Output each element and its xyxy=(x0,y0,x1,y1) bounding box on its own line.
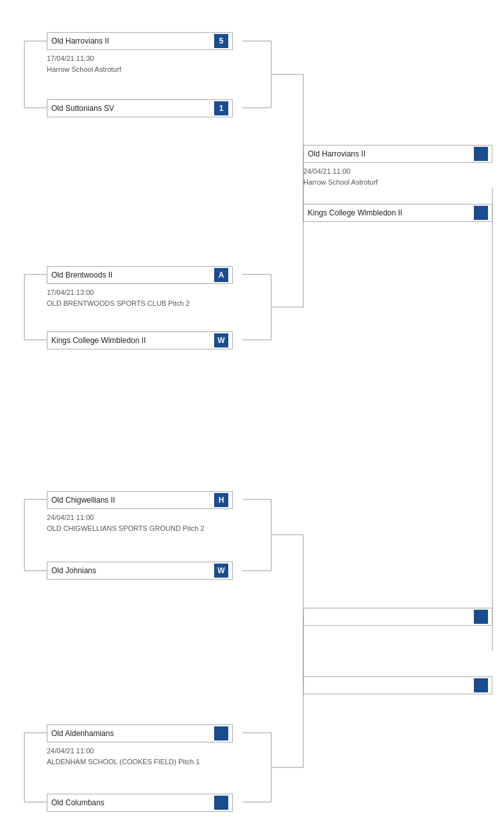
r1m2-team1-box: Old Brentwoods II A xyxy=(47,266,233,284)
r2m2-team1-score xyxy=(474,610,488,624)
r1m3-date: 24/04/21 11:00 xyxy=(47,513,205,523)
r1m2-team2-name: Kings College Wimbledon II xyxy=(51,336,146,345)
r2m1-info: 24/04/21 11:00 Harrow School Astroturf xyxy=(303,165,378,189)
r1m3-venue: OLD CHIGWELLIANS SPORTS GROUND Pitch 2 xyxy=(47,524,205,533)
r1m3-team1-name: Old Chigwellians II xyxy=(51,496,115,505)
r1m4-team2-score xyxy=(214,796,228,810)
r1m1-team2-score: 1 xyxy=(214,101,228,115)
r1m3-team2-row: Old Johnians W xyxy=(47,562,233,580)
r1m2-team2-box: Kings College Wimbledon II W xyxy=(47,331,233,349)
r2m1-venue: Harrow School Astroturf xyxy=(303,178,378,187)
r1m2-team2-row: Kings College Wimbledon II W xyxy=(47,331,233,349)
r1m4-date: 24/04/21 11:00 xyxy=(47,746,200,756)
r1m4-team2-box: Old Columbans xyxy=(47,794,233,812)
r1m3-team1-score: H xyxy=(214,493,228,507)
r1m2-info: 17/04/21 13:00 OLD BRENTWOODS SPORTS CLU… xyxy=(47,287,190,310)
r1m1-team2-row: Old Suttonians SV 1 xyxy=(47,99,233,117)
r1m2-date: 17/04/21 13:00 xyxy=(47,288,190,297)
r2m2-team2-box xyxy=(303,676,492,694)
r1m3-team2-name: Old Johnians xyxy=(51,566,96,575)
r1m4-venue: ALDENHAM SCHOOL (COOKES FIELD) Pitch 1 xyxy=(47,757,200,767)
r1m4-team1-name: Old Aldenhamians xyxy=(51,729,113,738)
r2m1-team2-score xyxy=(474,206,488,220)
r1m1-team1-box: Old Harrovians II 5 xyxy=(47,32,233,50)
r1m2-team1-row: Old Brentwoods II A xyxy=(47,266,233,284)
r2m1-team1-name: Old Harrovians II xyxy=(308,149,365,158)
r1m3-team1-box: Old Chigwellians II H xyxy=(47,491,233,509)
r1m4-team2-name: Old Columbans xyxy=(51,798,105,807)
r1m3-team2-box: Old Johnians W xyxy=(47,562,233,580)
r2m1-team2-row: Kings College Wimbledon II xyxy=(303,204,492,222)
r2m2-team2-score xyxy=(474,678,488,692)
r1m2-team2-score: W xyxy=(214,333,228,347)
r1m2-team1-name: Old Brentwoods II xyxy=(51,271,112,280)
r2m2-team1-row xyxy=(303,608,492,626)
bracket-container: Old Harrovians II 5 17/04/21 11:30 Harro… xyxy=(8,6,496,814)
r1m4-team2-row: Old Columbans xyxy=(47,794,233,812)
r1m3-team2-score: W xyxy=(214,564,228,578)
r1m4-team1-row: Old Aldenhamians xyxy=(47,724,233,742)
r1m2-team1-score: A xyxy=(214,268,228,282)
r1m1-team2-box: Old Suttonians SV 1 xyxy=(47,99,233,117)
r1m1-info: 17/04/21 11:30 Harrow School Astroturf xyxy=(47,53,121,76)
r1m1-date: 17/04/21 11:30 xyxy=(47,54,121,63)
r2m1-team1-row: Old Harrovians II xyxy=(303,145,492,163)
r2m2-team1-box xyxy=(303,608,492,626)
r1m1-team2-name: Old Suttonians SV xyxy=(51,104,114,113)
r2m1-date: 24/04/21 11:00 xyxy=(303,167,378,176)
r2m1-team1-box: Old Harrovians II xyxy=(303,145,492,163)
r2m2-team2-row xyxy=(303,676,492,694)
r1m2-venue: OLD BRENTWOODS SPORTS CLUB Pitch 2 xyxy=(47,299,190,308)
r1m4-team1-score xyxy=(214,726,228,741)
r1m1-team1-score: 5 xyxy=(214,34,228,48)
r1m1-venue: Harrow School Astroturf xyxy=(47,65,121,74)
r1m3-info: 24/04/21 11:00 OLD CHIGWELLIANS SPORTS G… xyxy=(47,512,205,535)
r2m1-team2-box: Kings College Wimbledon II xyxy=(303,204,492,222)
r2m1-team2-name: Kings College Wimbledon II xyxy=(308,208,402,217)
r1m1-team1-name: Old Harrovians II xyxy=(51,37,109,46)
r1m4-team1-box: Old Aldenhamians xyxy=(47,724,233,742)
r1m3-team1-row: Old Chigwellians II H xyxy=(47,491,233,509)
r2m1-team1-score xyxy=(474,147,488,161)
r1m1-team1-row: Old Harrovians II 5 xyxy=(47,32,233,50)
r1m4-info: 24/04/21 11:00 ALDENHAM SCHOOL (COOKES F… xyxy=(47,745,200,769)
